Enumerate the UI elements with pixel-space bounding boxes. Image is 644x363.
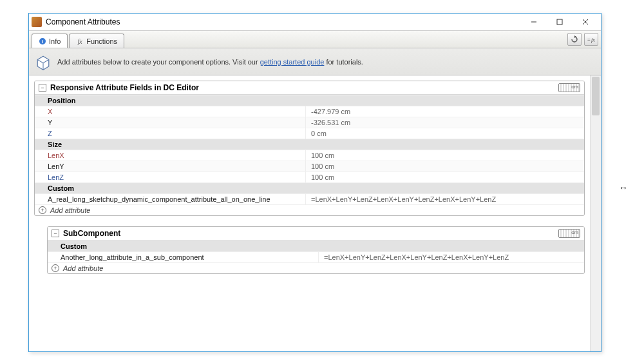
content-area: − Responsive Attribute Fields in DC Edit…	[29, 75, 601, 351]
close-button[interactable]	[573, 14, 598, 30]
tab-info[interactable]: i Info	[32, 34, 68, 48]
attr-row[interactable]: Z 0 cm	[35, 128, 584, 139]
resize-cursor-icon: ↔	[619, 182, 628, 193]
svg-text:fx: fx	[591, 37, 595, 43]
attr-value-y[interactable]: -326.531 cm	[305, 117, 584, 128]
tab-functions[interactable]: fx Functions	[69, 34, 124, 48]
attr-name-sub1[interactable]: Another_long_attribute_in_a_sub_componen…	[48, 252, 318, 262]
info-icon: i	[39, 37, 46, 45]
attr-name-y[interactable]: Y	[35, 117, 305, 128]
attr-value-lenz[interactable]: 100 cm	[305, 172, 584, 182]
app-icon	[32, 17, 42, 27]
window-title: Component Attributes	[46, 17, 521, 26]
getting-started-link[interactable]: getting started guide	[260, 58, 325, 66]
attr-value-leny[interactable]: 100 cm	[305, 161, 584, 172]
svg-text:=: =	[587, 37, 591, 43]
tab-info-label: Info	[49, 37, 61, 45]
refresh-button[interactable]	[567, 33, 582, 46]
main-component-panel: − Responsive Attribute Fields in DC Edit…	[34, 81, 585, 216]
section-size: Size	[35, 139, 584, 150]
attr-value-lenx[interactable]: 100 cm	[305, 150, 584, 161]
collapse-toggle[interactable]: −	[52, 230, 59, 237]
maximize-button[interactable]	[547, 14, 573, 30]
attr-value-z[interactable]: 0 cm	[305, 128, 584, 139]
panel-title: SubComponent	[63, 229, 558, 238]
attr-name-x[interactable]: X	[35, 106, 305, 117]
functions-icon: fx	[76, 37, 84, 45]
section-custom: Custom	[35, 182, 584, 193]
toolbar: i Info fx Functions =fx	[29, 30, 601, 48]
attr-name-lenx[interactable]: LenX	[35, 150, 305, 161]
add-attribute-label: Add attribute	[50, 206, 90, 214]
attr-name-lenz[interactable]: LenZ	[35, 172, 305, 182]
attr-row[interactable]: A_real_long_sketchup_dynamic_component_a…	[35, 193, 584, 204]
component-attributes-window: Component Attributes i Info fx Functions	[28, 13, 601, 352]
svg-text:i: i	[42, 39, 43, 44]
tab-functions-label: Functions	[86, 37, 117, 45]
info-text: Add attributes below to create your comp…	[57, 58, 363, 66]
attr-row[interactable]: Y -326.531 cm	[35, 117, 584, 128]
panel-title: Responsive Attribute Fields in DC Editor	[50, 83, 558, 92]
attr-name-custom1[interactable]: A_real_long_sketchup_dynamic_component_a…	[35, 194, 305, 204]
add-attribute-row[interactable]: + Add attribute	[48, 262, 584, 273]
attr-value-sub1[interactable]: =LenX+LenY+LenZ+LenX+LenY+LenZ+LenX+LenY…	[318, 252, 584, 262]
unit-badge[interactable]: cm	[558, 229, 580, 238]
section-position: Position	[35, 95, 584, 106]
titlebar[interactable]: Component Attributes	[29, 14, 601, 30]
section-custom: Custom	[48, 240, 584, 251]
attr-name-leny[interactable]: LenY	[35, 161, 305, 172]
unit-badge[interactable]: cm	[558, 83, 580, 92]
collapse-toggle[interactable]: −	[39, 84, 46, 92]
info-strip: Add attributes below to create your comp…	[29, 48, 601, 75]
attr-value-x[interactable]: -427.979 cm	[305, 106, 584, 117]
add-attribute-row[interactable]: + Add attribute	[35, 204, 584, 215]
attr-row[interactable]: X -427.979 cm	[35, 106, 584, 117]
attr-row[interactable]: LenY 100 cm	[35, 161, 584, 172]
toggle-formula-button[interactable]: =fx	[584, 33, 598, 46]
attr-name-z[interactable]: Z	[35, 128, 305, 139]
svg-rect-1	[557, 19, 562, 25]
subcomponent-panel: − SubComponent cm Custom Another_long_at…	[47, 226, 585, 274]
add-icon: +	[39, 206, 46, 214]
vertical-scrollbar[interactable]	[590, 75, 601, 351]
attr-row[interactable]: LenZ 100 cm	[35, 172, 584, 182]
scrollbar-thumb[interactable]	[592, 77, 600, 115]
add-attribute-label: Add attribute	[63, 264, 103, 272]
attr-row[interactable]: Another_long_attribute_in_a_sub_componen…	[48, 251, 584, 262]
minimize-button[interactable]	[521, 14, 547, 30]
attr-row[interactable]: LenX 100 cm	[35, 150, 584, 161]
box-icon	[34, 53, 52, 71]
attr-value-custom1[interactable]: =LenX+LenY+LenZ+LenX+LenY+LenZ+LenX+LenY…	[305, 194, 584, 204]
add-icon: +	[52, 264, 59, 272]
svg-text:fx: fx	[78, 38, 83, 45]
